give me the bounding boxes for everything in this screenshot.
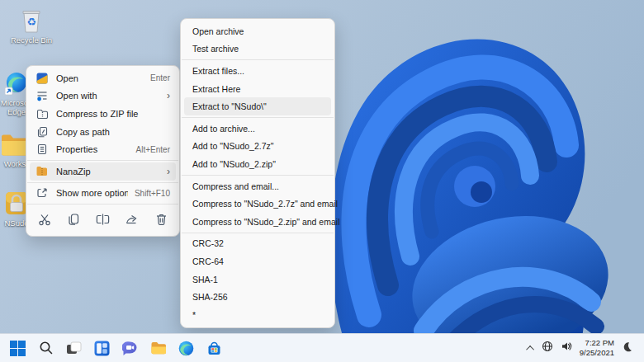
- desktop-icon-label: Recycle Bin: [11, 36, 52, 45]
- submenu-item-compress-7z-email[interactable]: Compress to "NSudo_2.7z" and email: [184, 195, 331, 213]
- delete-icon[interactable]: [154, 210, 169, 228]
- submenu-item-crc64[interactable]: CRC-64: [184, 252, 331, 270]
- quick-action-row: [26, 206, 179, 233]
- menu-item-open[interactable]: Open Enter: [30, 69, 176, 87]
- submenu-item-add-to-zip[interactable]: Add to "NSudo_2.zip": [184, 155, 331, 173]
- desktop: ♻ Recycle Bin Microsoft Edge: [0, 0, 644, 362]
- copy-icon[interactable]: [65, 210, 81, 228]
- submenu-item-extract-here[interactable]: Extract Here: [184, 80, 331, 98]
- chevron-right-icon: ›: [167, 167, 170, 176]
- file-explorer-icon[interactable]: [147, 337, 169, 360]
- nanazip-submenu: Open archive Test archive Extract files.…: [180, 18, 335, 328]
- focus-assist-moon-icon[interactable]: [622, 341, 632, 355]
- search-icon[interactable]: [35, 337, 57, 360]
- taskbar-clock[interactable]: 7:22 PM 9/25/2021: [580, 338, 614, 359]
- menu-item-properties[interactable]: Properties Alt+Enter: [30, 140, 176, 158]
- menu-item-label: Copy as path: [56, 127, 170, 137]
- properties-icon: [36, 143, 49, 156]
- submenu-item-label: Test archive: [192, 44, 239, 54]
- submenu-item-label: Extract to "NSudo\": [192, 101, 267, 111]
- chevron-right-icon: ›: [167, 91, 170, 101]
- rename-icon[interactable]: [95, 210, 111, 228]
- show-more-icon: [36, 187, 49, 200]
- menu-separator: [182, 175, 334, 176]
- volume-icon[interactable]: [561, 341, 572, 355]
- copy-path-icon: [36, 125, 49, 138]
- menu-separator: [27, 160, 178, 161]
- submenu-item-label: Compress to "NSudo_2.7z" and email: [192, 199, 338, 209]
- submenu-item-add-to-7z[interactable]: Add to "NSudo_2.7z": [184, 138, 331, 156]
- menu-item-shortcut: Enter: [150, 73, 170, 82]
- menu-item-show-more-options[interactable]: Show more options Shift+F10: [30, 185, 176, 203]
- submenu-item-sha256[interactable]: SHA-256: [184, 288, 331, 306]
- menu-separator: [27, 204, 178, 205]
- menu-item-label: NanaZip: [56, 167, 160, 176]
- desktop-icon-recycle-bin[interactable]: ♻ Recycle Bin: [10, 7, 53, 45]
- submenu-item-sha1[interactable]: SHA-1: [184, 270, 331, 289]
- svg-text:♻: ♻: [26, 16, 36, 28]
- tray-time: 7:22 PM: [580, 338, 614, 348]
- cut-icon[interactable]: [36, 210, 52, 228]
- taskbar: 7:22 PM 9/25/2021: [0, 333, 644, 362]
- microsoft-store-icon[interactable]: [203, 337, 225, 360]
- share-icon[interactable]: [124, 210, 140, 228]
- chat-icon[interactable]: [119, 337, 141, 360]
- submenu-item-label: Add to "NSudo_2.7z": [192, 141, 274, 151]
- menu-separator: [182, 117, 334, 118]
- tray-date: 9/25/2021: [580, 348, 614, 358]
- widgets-icon[interactable]: [91, 337, 113, 360]
- submenu-item-label: Add to archive...: [192, 124, 255, 134]
- submenu-item-compress-zip-email[interactable]: Compress to "NSudo_2.zip" and email: [184, 213, 331, 231]
- system-tray: 7:22 PM 9/25/2021: [528, 338, 637, 359]
- desktop-icon-label: Works: [4, 160, 26, 169]
- menu-item-label: Properties: [56, 144, 130, 154]
- chevron-up-icon[interactable]: [526, 345, 534, 353]
- submenu-item-extract-to-nsudo[interactable]: Extract to "NSudo\": [184, 97, 331, 115]
- menu-item-shortcut: Shift+F10: [135, 189, 170, 198]
- menu-item-nanazip[interactable]: NanaZip ›: [30, 162, 176, 181]
- submenu-item-label: SHA-256: [192, 292, 228, 302]
- nanazip-icon: [36, 165, 49, 177]
- submenu-item-label: Extract Here: [192, 84, 240, 94]
- menu-separator: [182, 233, 334, 233]
- submenu-item-crc32[interactable]: CRC-32: [184, 235, 331, 253]
- submenu-item-add-to-archive[interactable]: Add to archive...: [184, 120, 331, 138]
- edge-taskbar-icon[interactable]: [175, 337, 197, 360]
- submenu-item-star[interactable]: *: [184, 306, 331, 324]
- submenu-item-label: Add to "NSudo_2.zip": [192, 159, 276, 169]
- submenu-item-label: Compress and email...: [192, 181, 279, 191]
- submenu-item-label: Open archive: [192, 26, 244, 36]
- start-button[interactable]: [7, 337, 29, 360]
- menu-item-label: Show more options: [56, 188, 128, 198]
- submenu-item-label: *: [192, 310, 196, 320]
- submenu-item-open-archive[interactable]: Open archive: [184, 22, 331, 40]
- menu-item-compress-to-zip[interactable]: Compress to ZIP file: [30, 105, 176, 123]
- submenu-item-test-archive[interactable]: Test archive: [184, 40, 331, 59]
- menu-separator: [182, 59, 334, 60]
- menu-item-label: Compress to ZIP file: [56, 109, 170, 119]
- task-view-icon[interactable]: [63, 337, 85, 360]
- menu-separator: [27, 182, 178, 183]
- network-icon[interactable]: [542, 341, 553, 355]
- submenu-item-compress-and-email[interactable]: Compress and email...: [184, 177, 331, 195]
- nsudo-app-icon: [36, 72, 49, 84]
- menu-item-open-with[interactable]: Open with ›: [30, 87, 176, 106]
- menu-item-shortcut: Alt+Enter: [136, 145, 170, 154]
- menu-item-label: Open: [56, 73, 144, 83]
- submenu-item-label: Extract files...: [192, 66, 244, 76]
- submenu-item-label: Compress to "NSudo_2.zip" and email: [192, 217, 339, 227]
- submenu-item-label: CRC-64: [192, 256, 224, 266]
- menu-item-copy-as-path[interactable]: Copy as path: [30, 123, 176, 141]
- submenu-item-extract-files[interactable]: Extract files...: [184, 62, 331, 80]
- submenu-item-label: SHA-1: [192, 275, 218, 284]
- open-with-icon: [36, 90, 49, 102]
- submenu-item-label: CRC-32: [192, 238, 224, 248]
- recycle-bin-icon: ♻: [17, 7, 45, 35]
- taskbar-icon-group: [7, 337, 225, 360]
- context-menu: Open Enter Open with › C: [26, 65, 180, 237]
- menu-item-label: Open with: [56, 91, 160, 101]
- zip-folder-icon: [36, 107, 49, 120]
